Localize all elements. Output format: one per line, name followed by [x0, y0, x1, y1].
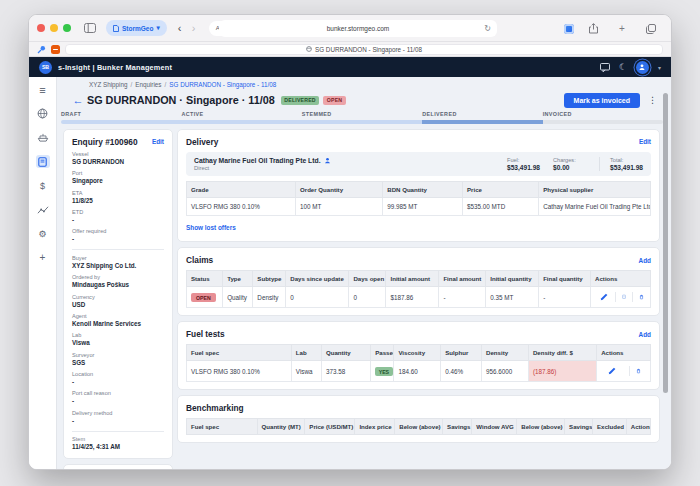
- user-avatar[interactable]: [636, 61, 649, 74]
- share-icon[interactable]: [585, 21, 601, 37]
- delivery-table: Grade Order Quantity BDN Quantity Price …: [186, 181, 651, 216]
- cell-fuel-spec: VLSFO RMG 380 0.10%: [187, 361, 292, 382]
- field-ordered-by: Ordered byMindaugas Poškus: [72, 274, 164, 289]
- mark-as-invoiced-button[interactable]: Mark as invoiced: [564, 93, 640, 108]
- claims-add-link[interactable]: Add: [639, 257, 651, 264]
- col-header: Type: [223, 271, 253, 287]
- col-header: Density diff. $: [528, 345, 596, 361]
- feedback-icon[interactable]: [600, 63, 610, 72]
- claims-table: Status Type Subtype Days since update Da…: [186, 270, 651, 308]
- benchmarking-table: Fuel spec Quantity (MT) Price (USD/MT) I…: [186, 418, 651, 435]
- col-header: Fuel spec: [187, 419, 258, 435]
- col-header: Quantity (MT): [257, 419, 305, 435]
- delivery-totals: Fuel:$53,491.98 Charges:$0.00 Total:$53,…: [507, 157, 643, 171]
- edit-fuel-test-icon[interactable]: [606, 366, 618, 376]
- more-options-icon[interactable]: ⋮: [648, 95, 657, 105]
- step-draft: DRAFT: [61, 111, 181, 117]
- field-port: PortSingapore: [72, 170, 164, 185]
- back-arrow-icon[interactable]: ←: [69, 94, 87, 106]
- field-lab: LabViswa: [72, 332, 164, 347]
- globe-icon[interactable]: [36, 107, 50, 120]
- tab-overview-icon[interactable]: [643, 21, 659, 37]
- enquiries-icon[interactable]: [36, 155, 50, 168]
- delete-claim-icon[interactable]: [632, 292, 644, 302]
- col-header: Status: [187, 271, 223, 287]
- settings-gear-icon[interactable]: ⚙: [36, 227, 50, 240]
- browser-window: StormGeo ▾ ‹ › A A bunker.stormgeo.com ↻…: [28, 14, 672, 470]
- close-window-button[interactable]: [37, 24, 45, 32]
- col-header: Quantity: [322, 345, 371, 361]
- right-column: Delivery Edit Cathay Marine Fuel Oil Tra…: [177, 129, 660, 444]
- col-header: Final quantity: [539, 271, 591, 287]
- col-header: Viscosity: [394, 345, 441, 361]
- pricing-icon[interactable]: $: [36, 179, 50, 192]
- fuel-tests-add-link[interactable]: Add: [639, 331, 651, 338]
- show-lost-offers-link[interactable]: Show lost offers: [186, 224, 236, 231]
- tab-group-label: StormGeo: [122, 25, 153, 32]
- field-currency: CurrencyUSD: [72, 294, 164, 309]
- app-title: s-Insight | Bunker Management: [58, 63, 172, 72]
- pinned-tab-icon[interactable]: [37, 45, 46, 54]
- extension-icon[interactable]: [564, 24, 574, 34]
- enquiry-card: Enquiry #100960 Edit VesselSG DURRANDON …: [63, 129, 173, 459]
- step-stemmed: STEMMED: [302, 111, 422, 117]
- menu-icon[interactable]: ≡: [36, 83, 50, 96]
- delete-fuel-test-icon[interactable]: [629, 366, 641, 376]
- favicon: [306, 46, 312, 52]
- cell-actions: [597, 361, 651, 382]
- grand-total: Total:$53,491.98: [599, 157, 643, 171]
- enquiry-edit-link[interactable]: Edit: [152, 138, 164, 145]
- content-area: Enquiry #100960 Edit VesselSG DURRANDON …: [63, 129, 660, 470]
- vessel-icon[interactable]: [36, 131, 50, 144]
- field-delivery-method: Delivery method-: [72, 410, 164, 425]
- claim-notes-icon[interactable]: [615, 292, 627, 302]
- nav-rail: ≡ $ ⚙ +: [29, 77, 57, 470]
- minimize-window-button[interactable]: [50, 24, 58, 32]
- new-tab-icon[interactable]: +: [614, 21, 630, 37]
- address-bar[interactable]: bunker.stormgeo.com ↻: [219, 20, 497, 37]
- edit-claim-icon[interactable]: [598, 292, 610, 302]
- app-logo[interactable]: SB: [39, 61, 52, 74]
- forward-button[interactable]: ›: [187, 21, 201, 35]
- field-stem: Stem11/4/25, 4:31 AM: [72, 436, 164, 451]
- fuel-tests-card: Fuel tests Add Fuel spec Lab Quantity Pa…: [177, 321, 660, 390]
- cell-subtype: Density: [253, 287, 286, 308]
- url-text: bunker.stormgeo.com: [327, 25, 390, 32]
- open-badge: OPEN: [323, 96, 346, 105]
- contact-person-icon[interactable]: [324, 157, 331, 164]
- reload-icon[interactable]: ↻: [484, 24, 491, 33]
- col-header: Below (above): [395, 419, 443, 435]
- col-header: Days since update: [286, 271, 349, 287]
- cell-type: Quality: [223, 287, 253, 308]
- delivery-edit-link[interactable]: Edit: [639, 138, 651, 145]
- col-header: Lab: [291, 345, 321, 361]
- sidebar-toggle-icon[interactable]: [82, 20, 98, 36]
- claim-open-badge: OPEN: [191, 293, 216, 302]
- pinned-tab-icon-2[interactable]: [51, 45, 60, 54]
- col-header: Excluded: [592, 419, 626, 435]
- zoom-window-button[interactable]: [63, 24, 71, 32]
- analytics-icon[interactable]: [36, 203, 50, 216]
- cell-price: $535.00 MTD: [463, 198, 539, 216]
- add-icon[interactable]: +: [36, 251, 50, 264]
- account-caret-icon[interactable]: ▾: [658, 64, 661, 71]
- scrollbar-thumb[interactable]: [663, 93, 668, 393]
- step-active: ACTIVE: [181, 111, 301, 117]
- field-etd: ETD-: [72, 209, 164, 224]
- breadcrumb-current: SG DURRANDON - Singapore - 11/08: [169, 81, 276, 88]
- col-header: Actions: [591, 271, 651, 287]
- charges-total: Charges:$0.00: [553, 157, 587, 171]
- cell-quantity: 373.58: [322, 361, 371, 382]
- back-button[interactable]: ‹: [173, 21, 187, 35]
- breadcrumb-item[interactable]: XYZ Shipping: [89, 81, 128, 88]
- col-header: Fuel spec: [187, 345, 292, 361]
- breadcrumb-item[interactable]: Enquiries: [135, 81, 161, 88]
- cell-physical-supplier: Cathay Marine Fuel Oil Trading Pte Ltd.: [539, 198, 651, 216]
- page-title: SG DURRANDON · Singapore · 11/08: [87, 94, 275, 106]
- field-port-call-reason: Port call reason-: [72, 390, 164, 405]
- tab-group-pill[interactable]: StormGeo ▾: [106, 20, 167, 36]
- window-controls: [37, 24, 71, 32]
- dark-mode-icon[interactable]: ☾: [619, 62, 627, 72]
- active-page-tab[interactable]: SG DURRANDON - Singapore - 11/08: [65, 44, 663, 55]
- divider: [72, 249, 164, 250]
